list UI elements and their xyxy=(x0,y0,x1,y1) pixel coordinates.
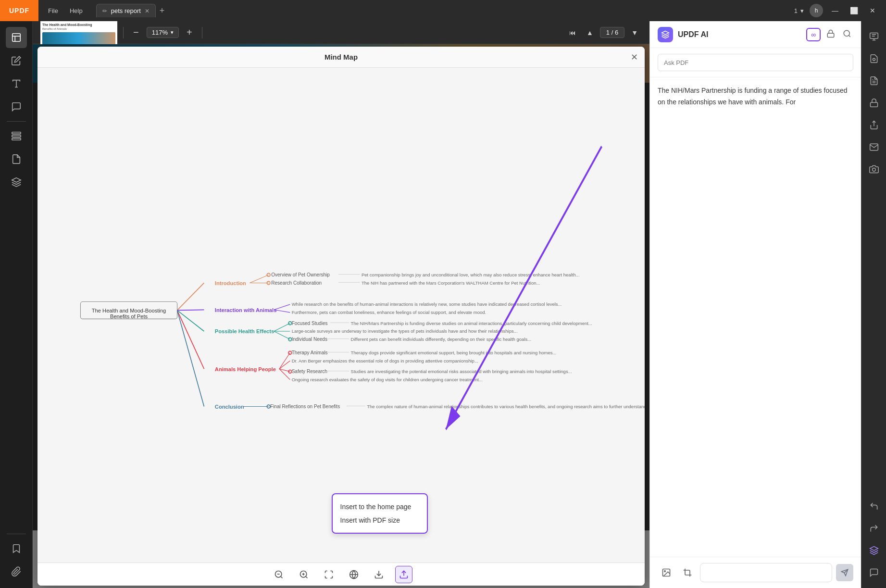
mindmap-globe-btn[interactable] xyxy=(345,566,362,583)
page-first-btn[interactable]: ⏮ xyxy=(565,27,580,38)
insert-home-page-option[interactable]: Insert to the home page xyxy=(340,500,419,513)
pdf-toolbar: The Health and Mood-Boosting Benefits of… xyxy=(33,21,649,44)
svg-line-82 xyxy=(849,35,850,37)
mindmap-fit-btn[interactable] xyxy=(320,566,337,583)
zoom-dropdown-icon[interactable]: ▾ xyxy=(171,29,174,36)
tab-label: pets report xyxy=(111,7,141,14)
svg-point-64 xyxy=(288,351,292,354)
svg-line-18 xyxy=(250,275,268,283)
tab-close-icon[interactable]: ✕ xyxy=(145,8,150,14)
ai-send-button[interactable] xyxy=(836,564,853,581)
svg-line-32 xyxy=(274,323,290,331)
svg-rect-6 xyxy=(12,135,20,137)
svg-text:Conclusion: Conclusion xyxy=(215,404,244,410)
svg-rect-93 xyxy=(870,102,877,107)
window-minimize[interactable]: — xyxy=(829,6,841,15)
svg-line-44 xyxy=(279,361,290,369)
rsidebar-recognize-icon[interactable] xyxy=(864,49,884,68)
sidebar-item-attachment[interactable] xyxy=(6,561,27,582)
svg-rect-7 xyxy=(12,138,20,140)
rsidebar-ai-icon[interactable] xyxy=(864,541,884,560)
zoom-display[interactable]: 117% ▾ xyxy=(147,27,179,38)
rsidebar-share-icon[interactable] xyxy=(864,115,884,135)
page-prev-btn[interactable]: ▲ xyxy=(583,27,597,38)
rsidebar-ocr-icon[interactable] xyxy=(864,27,884,46)
mindmap-close-button[interactable]: ✕ xyxy=(631,52,638,63)
toolbar-sep-1 xyxy=(123,27,124,38)
svg-rect-80 xyxy=(827,33,834,37)
ai-lock-icon[interactable] xyxy=(824,27,837,42)
ai-search-icon[interactable] xyxy=(841,27,853,42)
svg-text:Dr. Ann Berger emphasizes the : Dr. Ann Berger emphasizes the essential … xyxy=(292,358,478,363)
window-maximize[interactable]: ⬜ xyxy=(847,6,861,15)
svg-text:Large-scale surveys are underw: Large-scale surveys are underway to inve… xyxy=(292,328,518,334)
zoom-out-btn[interactable]: − xyxy=(129,25,143,40)
ai-image-icon[interactable] xyxy=(658,564,675,581)
sidebar-item-bookmark[interactable] xyxy=(6,538,27,559)
sidebar-item-organize[interactable] xyxy=(6,125,27,147)
svg-text:Animals Helping People: Animals Helping People xyxy=(215,366,276,372)
ai-crop-icon[interactable] xyxy=(679,564,696,581)
sidebar-divider-2 xyxy=(7,534,26,534)
menu-file[interactable]: File xyxy=(42,5,64,16)
mindmap-export-btn[interactable] xyxy=(395,566,412,583)
rsidebar-email-icon[interactable] xyxy=(864,138,884,157)
svg-text:Therapy dogs provide significa: Therapy dogs provide significant emotion… xyxy=(351,350,557,355)
rsidebar-redo-icon[interactable] xyxy=(864,519,884,538)
svg-point-90 xyxy=(873,58,875,61)
sidebar-item-reader[interactable] xyxy=(6,27,27,48)
ai-input-field[interactable] xyxy=(700,563,832,582)
svg-text:Pet companionship brings joy a: Pet companionship brings joy and uncondi… xyxy=(362,272,580,277)
ai-title: UPDF AI xyxy=(678,30,708,39)
sidebar-item-convert[interactable] xyxy=(6,149,27,170)
mindmap-zoom-in-btn[interactable] xyxy=(295,566,312,583)
svg-point-95 xyxy=(872,168,875,172)
page-next-btn[interactable]: ▼ xyxy=(627,27,642,38)
sidebar-item-comment[interactable] xyxy=(6,96,27,117)
ai-search-input[interactable] xyxy=(658,54,853,71)
mindmap-download-btn[interactable] xyxy=(370,566,387,583)
rsidebar-comment-icon[interactable] xyxy=(864,563,884,582)
pdf-thumbnail: The Health and Mood-Boosting Benefits of… xyxy=(40,21,117,44)
insert-popup: Insert to the home page Insert with PDF … xyxy=(332,493,428,534)
mindmap-title: Mind Map xyxy=(324,53,358,61)
svg-line-70 xyxy=(280,576,282,578)
menu-help[interactable]: Help xyxy=(64,5,88,16)
svg-text:Possible Health Effects: Possible Health Effects xyxy=(215,329,274,335)
window-close[interactable]: ✕ xyxy=(867,6,878,15)
sidebar-item-layers[interactable] xyxy=(6,172,27,193)
svg-point-62 xyxy=(288,322,292,325)
svg-text:Individual Needs: Individual Needs xyxy=(292,337,327,342)
page-nav-dropdown[interactable]: ▾ xyxy=(800,7,804,14)
sidebar-divider-1 xyxy=(7,121,26,122)
svg-text:Safety Research: Safety Research xyxy=(292,369,327,374)
zoom-percent-label: 117% xyxy=(152,29,168,36)
sidebar-bottom xyxy=(6,532,27,582)
user-avatar[interactable]: h xyxy=(810,4,823,17)
zoom-in-btn[interactable]: + xyxy=(183,25,196,40)
sidebar-item-annotate[interactable] xyxy=(6,73,27,94)
svg-line-43 xyxy=(279,353,290,369)
zoom-in-icon: + xyxy=(187,27,192,38)
insert-pdf-size-option[interactable]: Insert with PDF size xyxy=(340,513,419,527)
svg-line-14 xyxy=(177,310,204,331)
svg-text:Research Collaboration: Research Collaboration xyxy=(271,280,322,286)
rsidebar-lock-icon[interactable] xyxy=(864,93,884,113)
ai-infinity-button[interactable]: ∞ xyxy=(806,28,821,41)
svg-text:Focused Studies: Focused Studies xyxy=(292,321,328,326)
tab-edit-icon: ✏ xyxy=(102,8,107,14)
rsidebar-undo-icon[interactable] xyxy=(864,497,884,516)
ai-logo xyxy=(658,27,673,42)
rsidebar-snapshot-icon[interactable] xyxy=(864,160,884,179)
svg-text:Overview of Pet Ownership: Overview of Pet Ownership xyxy=(271,272,330,277)
tab-bar: ✏ pets report ✕ + xyxy=(92,4,794,17)
svg-point-81 xyxy=(844,30,849,36)
page-nav-label: 1 xyxy=(794,7,798,14)
rsidebar-document-icon[interactable] xyxy=(864,71,884,90)
sidebar-item-edit[interactable] xyxy=(6,50,27,71)
svg-point-63 xyxy=(288,338,292,341)
mindmap-content: The Health and Mood-Boosting Benefits of… xyxy=(37,68,645,563)
tab-pets-report[interactable]: ✏ pets report ✕ xyxy=(96,4,156,17)
mindmap-zoom-out-btn[interactable] xyxy=(270,566,287,583)
tab-add-button[interactable]: + xyxy=(160,6,165,16)
